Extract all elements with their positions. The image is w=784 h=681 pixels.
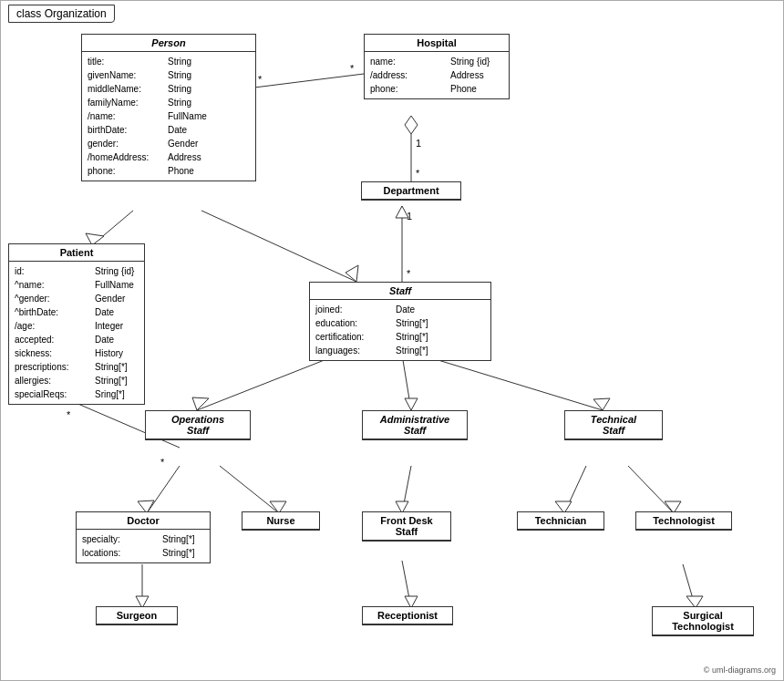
- class-receptionist-header: Receptionist: [363, 607, 452, 624]
- class-surgical-technologist-header: SurgicalTechnologist: [653, 607, 753, 635]
- class-person: Person title:String givenName:String mid…: [81, 34, 256, 181]
- class-staff-body: joined:Date education:String[*] certific…: [310, 300, 490, 360]
- svg-line-26: [220, 466, 279, 513]
- class-person-body: title:String givenName:String middleName…: [82, 52, 255, 181]
- class-technologist: Technologist: [635, 511, 732, 531]
- svg-text:*: *: [416, 168, 420, 179]
- svg-line-18: [197, 355, 338, 410]
- class-surgeon-header: Surgeon: [97, 607, 177, 624]
- svg-line-0: [254, 74, 364, 88]
- svg-marker-19: [192, 397, 209, 410]
- class-patient-header: Patient: [9, 244, 144, 262]
- class-receptionist: Receptionist: [362, 606, 453, 625]
- class-staff: Staff joined:Date education:String[*] ce…: [309, 282, 491, 361]
- class-department: Department: [361, 181, 461, 201]
- class-patient-body: id:String {id} ^name:FullName ^gender:Ge…: [9, 262, 144, 404]
- class-operations-staff-header: OperationsStaff: [146, 411, 250, 439]
- svg-line-24: [147, 466, 180, 513]
- svg-marker-21: [405, 398, 418, 410]
- svg-line-32: [628, 466, 674, 513]
- class-technician-header: Technician: [518, 512, 603, 530]
- svg-text:1: 1: [416, 138, 421, 149]
- class-department-header: Department: [362, 182, 460, 200]
- svg-text:*: *: [258, 74, 263, 85]
- class-operations-staff: OperationsStaff: [145, 410, 251, 440]
- class-hospital-header: Hospital: [365, 35, 509, 52]
- class-patient: Patient id:String {id} ^name:FullName ^g…: [8, 243, 145, 405]
- class-surgeon: Surgeon: [96, 606, 178, 625]
- svg-marker-14: [346, 265, 358, 282]
- svg-text:*: *: [350, 63, 355, 74]
- class-technical-staff-header: TechnicalStaff: [565, 411, 662, 439]
- class-nurse-header: Nurse: [242, 512, 319, 530]
- diagram-title: class Organization: [8, 5, 115, 23]
- class-nurse: Nurse: [242, 511, 320, 531]
- class-hospital-body: name:String {id} /address:Address phone:…: [365, 52, 509, 98]
- svg-line-20: [402, 355, 411, 410]
- class-hospital: Hospital name:String {id} /address:Addre…: [364, 34, 510, 99]
- svg-line-36: [402, 561, 411, 608]
- svg-line-11: [92, 211, 133, 245]
- class-doctor: Doctor specialty:String[*] locations:Str…: [76, 511, 211, 563]
- copyright: © uml-diagrams.org: [704, 666, 776, 675]
- svg-text:1: 1: [407, 211, 412, 222]
- class-technician: Technician: [517, 511, 604, 531]
- class-front-desk-staff-header: Front DeskStaff: [363, 512, 450, 541]
- svg-line-30: [564, 466, 586, 513]
- class-front-desk-staff: Front DeskStaff: [362, 511, 451, 542]
- class-technologist-header: Technologist: [636, 512, 731, 530]
- svg-text:*: *: [160, 457, 165, 468]
- svg-line-13: [201, 211, 356, 282]
- class-surgical-technologist: SurgicalTechnologist: [652, 606, 754, 636]
- class-administrative-staff-header: AdministrativeStaff: [363, 411, 467, 439]
- class-technical-staff: TechnicalStaff: [564, 410, 663, 440]
- svg-text:*: *: [67, 409, 71, 420]
- class-staff-header: Staff: [310, 283, 490, 300]
- svg-marker-4: [405, 116, 418, 134]
- svg-line-28: [402, 466, 411, 513]
- svg-marker-23: [593, 398, 610, 410]
- class-doctor-body: specialty:String[*] locations:String[*]: [77, 530, 210, 562]
- svg-text:*: *: [407, 268, 411, 279]
- svg-marker-8: [396, 206, 408, 218]
- class-administrative-staff: AdministrativeStaff: [362, 410, 468, 440]
- class-person-header: Person: [82, 35, 255, 52]
- svg-line-22: [420, 355, 603, 410]
- svg-line-38: [683, 564, 696, 608]
- class-doctor-header: Doctor: [77, 512, 210, 530]
- diagram-container: class Organization * * 1 * 1 * *: [0, 0, 784, 681]
